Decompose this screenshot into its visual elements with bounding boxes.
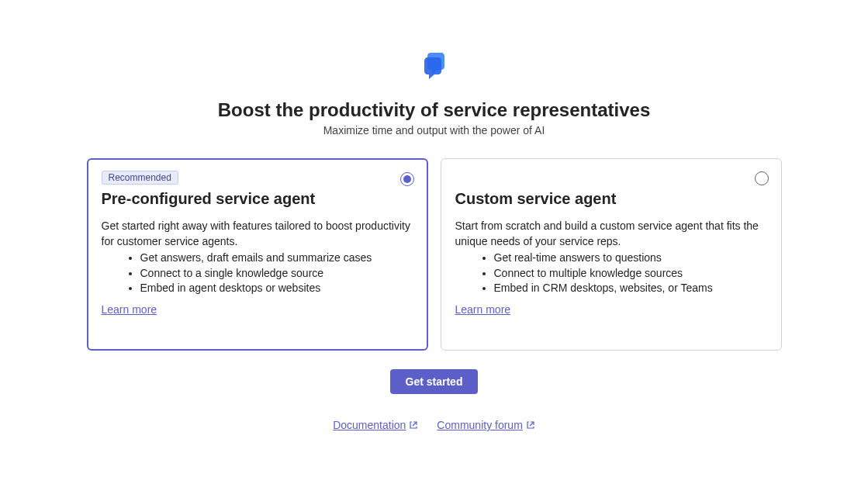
documentation-label: Documentation	[333, 419, 406, 431]
community-forum-label: Community forum	[437, 419, 522, 431]
bullet-item: Get answers, draft emails and summarize …	[140, 251, 413, 266]
page-title: Boost the productivity of service repres…	[218, 99, 651, 121]
radio-preconfigured[interactable]	[400, 172, 414, 186]
footer-links: Documentation Community forum	[333, 419, 535, 431]
card-bullets-custom: Get real-time answers to questions Conne…	[455, 251, 767, 296]
get-started-button[interactable]: Get started	[390, 369, 479, 394]
bullet-item: Embed in agent desktops or websites	[140, 281, 413, 296]
bullet-item: Connect to a single knowledge source	[140, 266, 413, 282]
card-desc-custom: Start from scratch and build a custom se…	[455, 219, 767, 249]
documentation-link[interactable]: Documentation	[333, 419, 418, 431]
recommended-badge: Recommended	[102, 171, 178, 185]
external-link-icon	[409, 420, 418, 430]
card-preconfigured-agent[interactable]: Recommended Pre-configured service agent…	[87, 158, 428, 351]
page-subtitle: Maximize time and output with the power …	[323, 124, 545, 137]
radio-custom[interactable]	[755, 171, 769, 185]
bullet-item: Connect to multiple knowledge sources	[494, 266, 767, 282]
external-link-icon	[526, 420, 535, 430]
learn-more-link-preconfigured[interactable]: Learn more	[102, 303, 157, 316]
learn-more-link-custom[interactable]: Learn more	[455, 303, 511, 316]
card-bullets-preconfigured: Get answers, draft emails and summarize …	[102, 251, 413, 296]
card-custom-agent[interactable]: Custom service agent Start from scratch …	[441, 158, 782, 351]
bullet-item: Get real-time answers to questions	[494, 251, 767, 266]
bullet-item: Embed in CRM desktops, websites, or Team…	[494, 281, 767, 296]
option-cards: Recommended Pre-configured service agent…	[87, 158, 782, 351]
community-forum-link[interactable]: Community forum	[437, 419, 534, 431]
card-title-custom: Custom service agent	[455, 190, 767, 208]
copilot-logo-icon	[416, 47, 453, 84]
card-desc-preconfigured: Get started right away with features tai…	[102, 219, 413, 249]
card-title-preconfigured: Pre-configured service agent	[102, 190, 413, 208]
